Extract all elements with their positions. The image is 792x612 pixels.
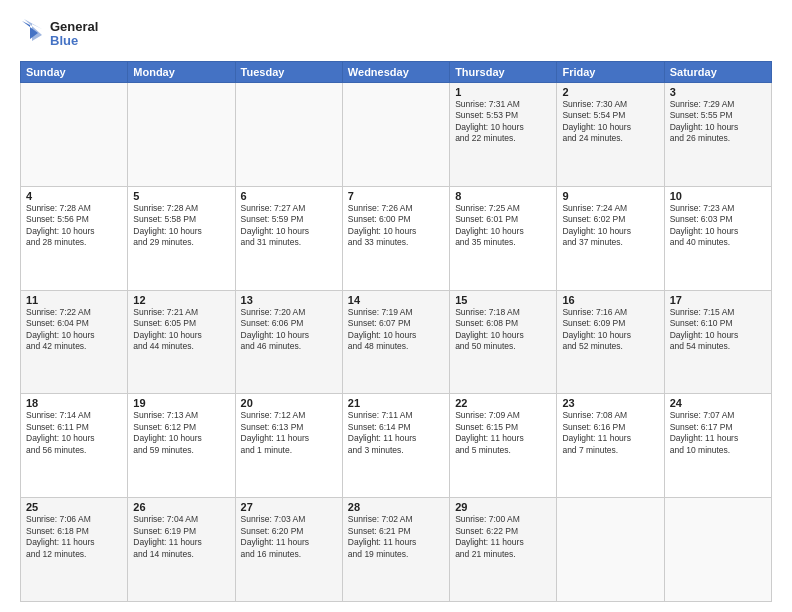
calendar-week-5: 25Sunrise: 7:06 AMSunset: 6:18 PMDayligh… — [21, 498, 772, 602]
cell-date-number: 19 — [133, 397, 229, 409]
cell-date-number: 9 — [562, 190, 658, 202]
cell-info-text: Sunrise: 7:26 AMSunset: 6:00 PMDaylight:… — [348, 203, 444, 249]
calendar-cell — [342, 83, 449, 187]
calendar-cell: 14Sunrise: 7:19 AMSunset: 6:07 PMDayligh… — [342, 290, 449, 394]
calendar-header-friday: Friday — [557, 62, 664, 83]
cell-info-text: Sunrise: 7:19 AMSunset: 6:07 PMDaylight:… — [348, 307, 444, 353]
calendar-week-3: 11Sunrise: 7:22 AMSunset: 6:04 PMDayligh… — [21, 290, 772, 394]
cell-info-text: Sunrise: 7:13 AMSunset: 6:12 PMDaylight:… — [133, 410, 229, 456]
cell-date-number: 8 — [455, 190, 551, 202]
calendar-cell: 6Sunrise: 7:27 AMSunset: 5:59 PMDaylight… — [235, 186, 342, 290]
cell-date-number: 24 — [670, 397, 766, 409]
cell-info-text: Sunrise: 7:08 AMSunset: 6:16 PMDaylight:… — [562, 410, 658, 456]
cell-date-number: 29 — [455, 501, 551, 513]
calendar-header-tuesday: Tuesday — [235, 62, 342, 83]
calendar-cell: 7Sunrise: 7:26 AMSunset: 6:00 PMDaylight… — [342, 186, 449, 290]
calendar-cell: 12Sunrise: 7:21 AMSunset: 6:05 PMDayligh… — [128, 290, 235, 394]
calendar-cell: 16Sunrise: 7:16 AMSunset: 6:09 PMDayligh… — [557, 290, 664, 394]
calendar-cell: 26Sunrise: 7:04 AMSunset: 6:19 PMDayligh… — [128, 498, 235, 602]
cell-date-number: 6 — [241, 190, 337, 202]
cell-date-number: 27 — [241, 501, 337, 513]
cell-date-number: 26 — [133, 501, 229, 513]
calendar-cell: 3Sunrise: 7:29 AMSunset: 5:55 PMDaylight… — [664, 83, 771, 187]
calendar-week-1: 1Sunrise: 7:31 AMSunset: 5:53 PMDaylight… — [21, 83, 772, 187]
calendar-cell — [664, 498, 771, 602]
cell-date-number: 18 — [26, 397, 122, 409]
cell-info-text: Sunrise: 7:31 AMSunset: 5:53 PMDaylight:… — [455, 99, 551, 145]
calendar-cell — [557, 498, 664, 602]
cell-info-text: Sunrise: 7:23 AMSunset: 6:03 PMDaylight:… — [670, 203, 766, 249]
calendar-week-4: 18Sunrise: 7:14 AMSunset: 6:11 PMDayligh… — [21, 394, 772, 498]
cell-info-text: Sunrise: 7:09 AMSunset: 6:15 PMDaylight:… — [455, 410, 551, 456]
cell-info-text: Sunrise: 7:28 AMSunset: 5:56 PMDaylight:… — [26, 203, 122, 249]
cell-date-number: 3 — [670, 86, 766, 98]
calendar-cell: 11Sunrise: 7:22 AMSunset: 6:04 PMDayligh… — [21, 290, 128, 394]
calendar-cell — [21, 83, 128, 187]
cell-info-text: Sunrise: 7:02 AMSunset: 6:21 PMDaylight:… — [348, 514, 444, 560]
calendar-header-thursday: Thursday — [450, 62, 557, 83]
calendar-cell: 10Sunrise: 7:23 AMSunset: 6:03 PMDayligh… — [664, 186, 771, 290]
header: General Blue — [20, 15, 772, 53]
cell-date-number: 17 — [670, 294, 766, 306]
cell-date-number: 11 — [26, 294, 122, 306]
cell-info-text: Sunrise: 7:29 AMSunset: 5:55 PMDaylight:… — [670, 99, 766, 145]
cell-info-text: Sunrise: 7:30 AMSunset: 5:54 PMDaylight:… — [562, 99, 658, 145]
calendar-cell: 15Sunrise: 7:18 AMSunset: 6:08 PMDayligh… — [450, 290, 557, 394]
calendar-cell: 29Sunrise: 7:00 AMSunset: 6:22 PMDayligh… — [450, 498, 557, 602]
svg-text:Blue: Blue — [50, 33, 78, 48]
cell-info-text: Sunrise: 7:00 AMSunset: 6:22 PMDaylight:… — [455, 514, 551, 560]
cell-info-text: Sunrise: 7:18 AMSunset: 6:08 PMDaylight:… — [455, 307, 551, 353]
cell-info-text: Sunrise: 7:06 AMSunset: 6:18 PMDaylight:… — [26, 514, 122, 560]
page: General Blue SundayMondayTuesdayWednesda… — [0, 0, 792, 612]
cell-info-text: Sunrise: 7:28 AMSunset: 5:58 PMDaylight:… — [133, 203, 229, 249]
cell-date-number: 7 — [348, 190, 444, 202]
calendar-cell: 27Sunrise: 7:03 AMSunset: 6:20 PMDayligh… — [235, 498, 342, 602]
calendar-cell: 1Sunrise: 7:31 AMSunset: 5:53 PMDaylight… — [450, 83, 557, 187]
calendar-cell: 5Sunrise: 7:28 AMSunset: 5:58 PMDaylight… — [128, 186, 235, 290]
calendar-cell: 25Sunrise: 7:06 AMSunset: 6:18 PMDayligh… — [21, 498, 128, 602]
cell-info-text: Sunrise: 7:27 AMSunset: 5:59 PMDaylight:… — [241, 203, 337, 249]
calendar-cell: 9Sunrise: 7:24 AMSunset: 6:02 PMDaylight… — [557, 186, 664, 290]
calendar-week-2: 4Sunrise: 7:28 AMSunset: 5:56 PMDaylight… — [21, 186, 772, 290]
cell-info-text: Sunrise: 7:22 AMSunset: 6:04 PMDaylight:… — [26, 307, 122, 353]
cell-info-text: Sunrise: 7:04 AMSunset: 6:19 PMDaylight:… — [133, 514, 229, 560]
cell-info-text: Sunrise: 7:12 AMSunset: 6:13 PMDaylight:… — [241, 410, 337, 456]
cell-date-number: 4 — [26, 190, 122, 202]
calendar-cell: 19Sunrise: 7:13 AMSunset: 6:12 PMDayligh… — [128, 394, 235, 498]
svg-marker-3 — [24, 19, 42, 41]
cell-date-number: 12 — [133, 294, 229, 306]
calendar-cell — [128, 83, 235, 187]
calendar-cell: 22Sunrise: 7:09 AMSunset: 6:15 PMDayligh… — [450, 394, 557, 498]
svg-text:General: General — [50, 19, 98, 34]
cell-date-number: 10 — [670, 190, 766, 202]
calendar-cell: 21Sunrise: 7:11 AMSunset: 6:14 PMDayligh… — [342, 394, 449, 498]
cell-date-number: 5 — [133, 190, 229, 202]
cell-info-text: Sunrise: 7:11 AMSunset: 6:14 PMDaylight:… — [348, 410, 444, 456]
calendar-cell: 23Sunrise: 7:08 AMSunset: 6:16 PMDayligh… — [557, 394, 664, 498]
logo: General Blue — [20, 15, 110, 53]
cell-info-text: Sunrise: 7:24 AMSunset: 6:02 PMDaylight:… — [562, 203, 658, 249]
calendar-cell: 4Sunrise: 7:28 AMSunset: 5:56 PMDaylight… — [21, 186, 128, 290]
calendar-cell: 20Sunrise: 7:12 AMSunset: 6:13 PMDayligh… — [235, 394, 342, 498]
calendar-cell — [235, 83, 342, 187]
cell-info-text: Sunrise: 7:25 AMSunset: 6:01 PMDaylight:… — [455, 203, 551, 249]
logo-container: General Blue — [20, 15, 110, 53]
calendar-header-monday: Monday — [128, 62, 235, 83]
cell-date-number: 22 — [455, 397, 551, 409]
cell-date-number: 28 — [348, 501, 444, 513]
cell-date-number: 13 — [241, 294, 337, 306]
calendar-body: 1Sunrise: 7:31 AMSunset: 5:53 PMDaylight… — [21, 83, 772, 602]
logo-svg: General Blue — [20, 15, 110, 53]
calendar-cell: 2Sunrise: 7:30 AMSunset: 5:54 PMDaylight… — [557, 83, 664, 187]
cell-date-number: 14 — [348, 294, 444, 306]
cell-date-number: 15 — [455, 294, 551, 306]
calendar-header-wednesday: Wednesday — [342, 62, 449, 83]
cell-info-text: Sunrise: 7:03 AMSunset: 6:20 PMDaylight:… — [241, 514, 337, 560]
cell-info-text: Sunrise: 7:07 AMSunset: 6:17 PMDaylight:… — [670, 410, 766, 456]
calendar-cell: 24Sunrise: 7:07 AMSunset: 6:17 PMDayligh… — [664, 394, 771, 498]
calendar-header-sunday: Sunday — [21, 62, 128, 83]
cell-date-number: 1 — [455, 86, 551, 98]
cell-date-number: 20 — [241, 397, 337, 409]
calendar-header-saturday: Saturday — [664, 62, 771, 83]
calendar-cell: 18Sunrise: 7:14 AMSunset: 6:11 PMDayligh… — [21, 394, 128, 498]
